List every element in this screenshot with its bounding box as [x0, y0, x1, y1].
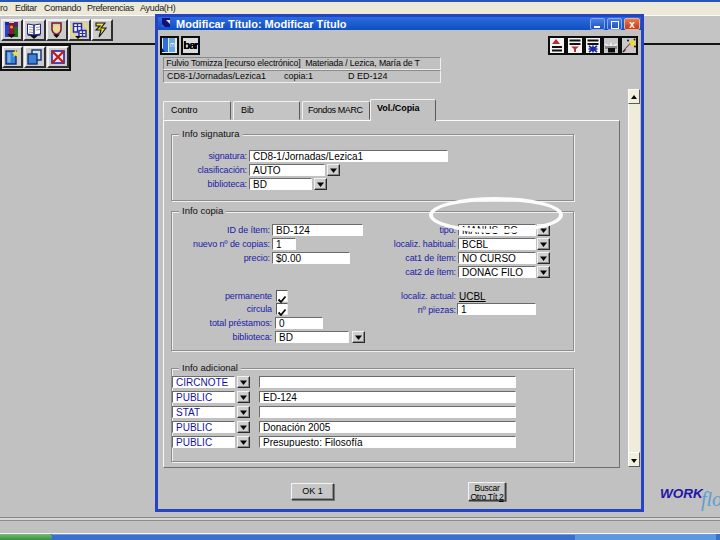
svg-text:M: M [171, 43, 174, 48]
